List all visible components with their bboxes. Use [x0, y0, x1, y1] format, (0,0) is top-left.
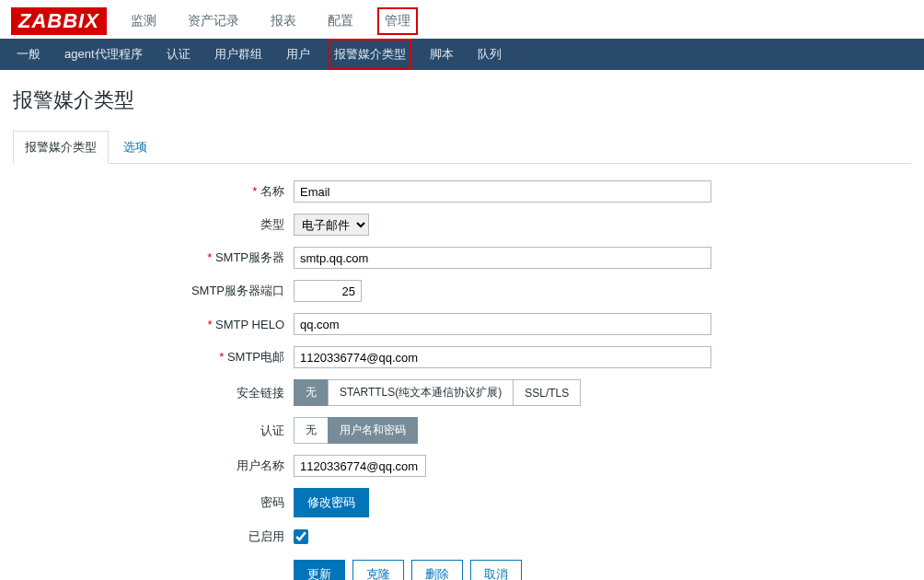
smtp-port-label: SMTP服务器端口 — [13, 283, 294, 299]
top-nav: ZABBIX 监测 资产记录 报表 配置 管理 — [0, 0, 924, 39]
smtp-port-input[interactable] — [294, 280, 362, 302]
security-ssltls[interactable]: SSL/TLS — [513, 379, 581, 406]
security-starttls[interactable]: STARTTLS(纯文本通信协议扩展) — [328, 379, 514, 406]
password-label: 密码 — [13, 494, 294, 511]
smtp-helo-label: SMTP HELO — [13, 318, 294, 331]
smtp-server-input[interactable] — [294, 247, 711, 269]
tab-mediatype[interactable]: 报警媒介类型 — [13, 131, 109, 164]
username-label: 用户名称 — [13, 458, 294, 474]
topnav-admin[interactable]: 管理 — [377, 7, 418, 35]
tab-options[interactable]: 选项 — [112, 132, 158, 163]
username-input[interactable] — [294, 455, 426, 477]
subnav-general[interactable]: 一般 — [11, 39, 46, 70]
topnav-reports[interactable]: 报表 — [263, 7, 304, 35]
security-label: 安全链接 — [13, 385, 294, 401]
topnav-monitoring[interactable]: 监测 — [123, 7, 164, 35]
change-password-button[interactable]: 修改密码 — [294, 488, 369, 517]
subnav-auth[interactable]: 认证 — [161, 39, 196, 70]
page-content: 报警媒介类型 报警媒介类型 选项 名称 类型 电子邮件 SMTP服务器 SMTP… — [0, 70, 924, 580]
subnav-scripts[interactable]: 脚本 — [424, 39, 459, 70]
type-label: 类型 — [13, 216, 294, 233]
enabled-checkbox[interactable] — [294, 529, 308, 544]
logo[interactable]: ZABBIX — [11, 7, 107, 35]
security-btngroup: 无 STARTTLS(纯文本通信协议扩展) SSL/TLS — [294, 379, 581, 406]
sub-nav: 一般 agent代理程序 认证 用户群组 用户 报警媒介类型 脚本 队列 — [0, 39, 924, 70]
smtp-email-input[interactable] — [294, 346, 711, 368]
subnav-usergroups[interactable]: 用户群组 — [209, 39, 268, 70]
name-label: 名称 — [13, 183, 294, 200]
subnav-users[interactable]: 用户 — [281, 39, 316, 70]
topnav-inventory[interactable]: 资产记录 — [180, 7, 247, 35]
clone-button[interactable]: 克隆 — [352, 560, 404, 580]
tabs: 报警媒介类型 选项 — [13, 131, 911, 164]
auth-btngroup: 无 用户名和密码 — [294, 417, 418, 444]
auth-userpass[interactable]: 用户名和密码 — [328, 417, 418, 444]
smtp-server-label: SMTP服务器 — [13, 249, 294, 266]
type-select[interactable]: 电子邮件 — [294, 214, 369, 236]
cancel-button[interactable]: 取消 — [470, 560, 522, 580]
auth-label: 认证 — [13, 423, 294, 439]
delete-button[interactable]: 删除 — [411, 560, 463, 580]
auth-none[interactable]: 无 — [294, 417, 329, 444]
name-input[interactable] — [294, 180, 711, 203]
smtp-email-label: SMTP电邮 — [13, 349, 294, 365]
smtp-helo-input[interactable] — [294, 313, 711, 335]
security-none[interactable]: 无 — [294, 379, 329, 406]
subnav-queue[interactable]: 队列 — [472, 39, 507, 70]
subnav-proxies[interactable]: agent代理程序 — [59, 39, 148, 70]
subnav-mediatypes[interactable]: 报警媒介类型 — [329, 39, 411, 70]
update-button[interactable]: 更新 — [294, 560, 345, 580]
topnav-config[interactable]: 配置 — [320, 7, 361, 35]
page-title: 报警媒介类型 — [13, 87, 911, 114]
enabled-label: 已启用 — [13, 528, 294, 545]
